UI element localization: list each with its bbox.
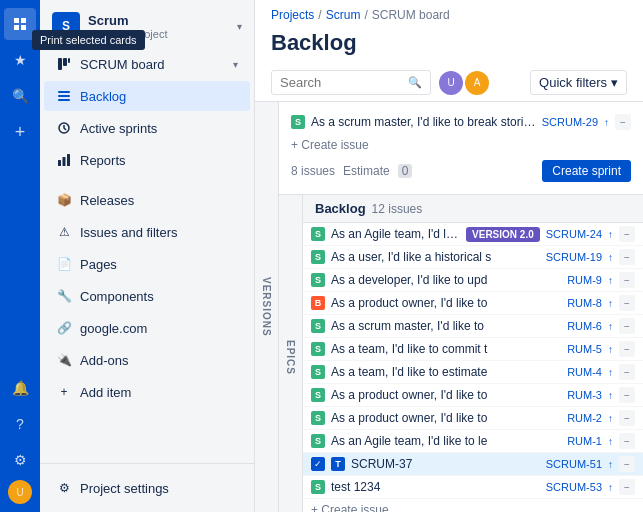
sprint-estimate-value: 0 (398, 164, 413, 178)
avatar-2[interactable]: A (465, 71, 489, 95)
star-icon[interactable]: ★ (4, 44, 36, 76)
backlog-minus-6[interactable]: − (619, 364, 635, 380)
backlog-issue-key-8[interactable]: RUM-2 (567, 412, 602, 424)
sprint-up-arrow[interactable]: ↑ (604, 117, 609, 128)
sidebar-item-addons[interactable]: 🔌 Add-ons (44, 345, 250, 375)
page-title: Backlog (271, 30, 357, 56)
breadcrumb: Projects / Scrum / SCRUM board (255, 0, 643, 26)
sidebar-item-project-settings[interactable]: ⚙ Project settings (44, 473, 250, 503)
issue-type-7: S (311, 388, 325, 402)
svg-rect-1 (21, 18, 26, 23)
issue-type-0: S (311, 227, 325, 241)
backlog-issues-list: S As an Agile team, I'd like to learn ab… (303, 223, 643, 512)
sidebar-item-pages[interactable]: 📄 Pages (44, 249, 250, 279)
svg-rect-2 (14, 25, 19, 30)
backlog-create-issue[interactable]: + Create issue (303, 499, 643, 512)
google-label: google.com (80, 321, 147, 336)
sidebar-item-issues[interactable]: ⚠ Issues and filters (44, 217, 250, 247)
backlog-issue-key-9[interactable]: RUM-1 (567, 435, 602, 447)
backlog-issue-key-6[interactable]: RUM-4 (567, 366, 602, 378)
backlog-issue-9: S As an Agile team, I'd like to le RUM-1… (303, 430, 643, 453)
board-label: SCRUM board (80, 57, 165, 72)
sprint-issue-key[interactable]: SCRUM-29 (542, 116, 598, 128)
releases-label: Releases (80, 193, 134, 208)
backlog-minus-10[interactable]: − (619, 456, 635, 472)
backlog-minus-9[interactable]: − (619, 433, 635, 449)
backlog-minus-8[interactable]: − (619, 410, 635, 426)
project-chevron[interactable]: ▾ (237, 21, 242, 32)
issue-type-8: S (311, 411, 325, 425)
backlog-area: S As a scrum master, I'd like to break s… (279, 102, 643, 512)
sidebar-item-add-item[interactable]: + Add item (44, 377, 250, 407)
releases-icon: 📦 (56, 192, 72, 208)
avatar-group: U A (439, 71, 489, 95)
toolbar: 🔍 U A Quick filters ▾ (255, 64, 643, 102)
project-name: Scrum (88, 13, 229, 28)
backlog-label: Backlog (80, 89, 126, 104)
notification-icon[interactable]: 🔔 (4, 372, 36, 404)
backlog-issue-key-7[interactable]: RUM-3 (567, 389, 602, 401)
backlog-issue-key-4[interactable]: RUM-6 (567, 320, 602, 332)
backlog-minus-0[interactable]: − (619, 226, 635, 242)
checkbox-10[interactable]: ✓ (311, 457, 325, 471)
svg-rect-12 (63, 157, 66, 166)
svg-rect-6 (68, 58, 70, 63)
backlog-issue-key-1[interactable]: SCRUM-19 (546, 251, 602, 263)
sidebar-item-releases[interactable]: 📦 Releases (44, 185, 250, 215)
components-label: Components (80, 289, 154, 304)
backlog-issue-key-5[interactable]: RUM-5 (567, 343, 602, 355)
issue-type-11: S (311, 480, 325, 494)
backlog-issue-key-10[interactable]: SCRUM-51 (546, 458, 602, 470)
sidebar-item-backlog[interactable]: Backlog (44, 81, 250, 111)
quick-filters-label: Quick filters (539, 75, 607, 90)
backlog-minus-2[interactable]: − (619, 272, 635, 288)
active-sprints-label: Active sprints (80, 121, 157, 136)
backlog-issue-6: S As a team, I'd like to estimate RUM-4 … (303, 361, 643, 384)
create-sprint-button[interactable]: Create sprint (542, 160, 631, 182)
backlog-issue-key-3[interactable]: RUM-8 (567, 297, 602, 309)
backlog-minus-5[interactable]: − (619, 341, 635, 357)
svg-rect-4 (58, 58, 62, 70)
add-icon[interactable]: + (4, 116, 36, 148)
addons-label: Add-ons (80, 353, 128, 368)
search-icon[interactable]: 🔍 (4, 80, 36, 112)
settings-icon: ⚙ (56, 480, 72, 496)
sprint-issue-minus-btn[interactable]: − (615, 114, 631, 130)
backlog-minus-7[interactable]: − (619, 387, 635, 403)
breadcrumb-scrum[interactable]: Scrum (326, 8, 361, 22)
backlog-issue-key-11[interactable]: SCRUM-53 (546, 481, 602, 493)
components-icon: 🔧 (56, 288, 72, 304)
svg-rect-9 (58, 99, 70, 101)
sidebar-item-components[interactable]: 🔧 Components (44, 281, 250, 311)
sidebar-item-reports[interactable]: Reports (44, 145, 250, 175)
backlog-issue-key-2[interactable]: RUM-9 (567, 274, 602, 286)
backlog-minus-1[interactable]: − (619, 249, 635, 265)
backlog-issue-key-0[interactable]: SCRUM-24 (546, 228, 602, 240)
sidebar-board-header[interactable]: SCRUM board ▾ (44, 49, 250, 79)
backlog-up-0[interactable]: ↑ (608, 229, 613, 240)
sprint-estimate-label: Estimate (343, 164, 390, 178)
backlog-minus-11[interactable]: − (619, 479, 635, 495)
breadcrumb-current: SCRUM board (372, 8, 450, 22)
svg-rect-7 (58, 91, 70, 93)
search-input[interactable] (280, 75, 404, 90)
version-badge-0: VERSION 2.0 (466, 227, 540, 242)
backlog-minus-4[interactable]: − (619, 318, 635, 334)
svg-rect-3 (21, 25, 26, 30)
epics-bar: EPICS (279, 195, 303, 512)
user-avatar-icon[interactable]: U (8, 480, 32, 504)
help-icon[interactable]: ? (4, 408, 36, 440)
sprint-stats: 8 issues Estimate 0 Create sprint (291, 156, 631, 186)
sidebar-item-google[interactable]: 🔗 google.com (44, 313, 250, 343)
quick-filters-button[interactable]: Quick filters ▾ (530, 70, 627, 95)
sidebar-item-active-sprints[interactable]: Active sprints (44, 113, 250, 143)
issue-type-9: S (311, 434, 325, 448)
sprint-create-issue[interactable]: + Create issue (291, 134, 631, 156)
breadcrumb-projects[interactable]: Projects (271, 8, 314, 22)
addons-icon: 🔌 (56, 352, 72, 368)
avatar-1[interactable]: U (439, 71, 463, 95)
quick-filters-chevron: ▾ (611, 75, 618, 90)
add-item-label: Add item (80, 385, 131, 400)
settings-icon[interactable]: ⚙ (4, 444, 36, 476)
backlog-minus-3[interactable]: − (619, 295, 635, 311)
